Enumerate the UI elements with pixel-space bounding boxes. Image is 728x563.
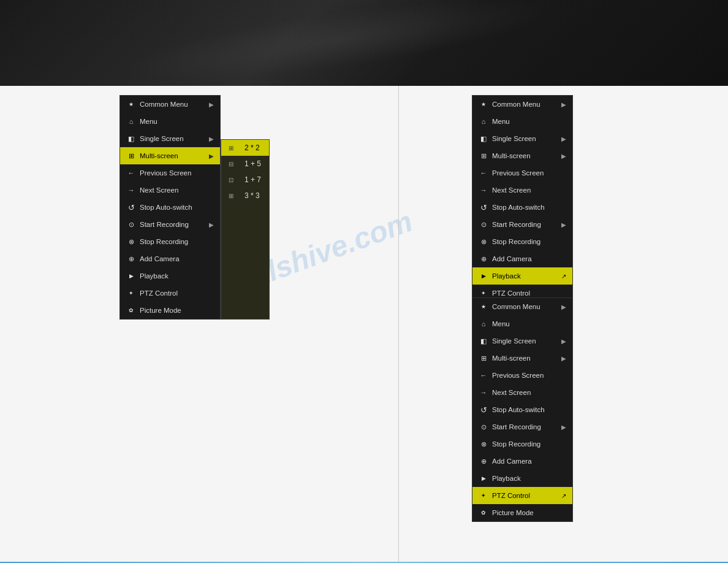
br-menu-item-add-camera[interactable]: Add Camera — [472, 453, 572, 470]
left-menu-item-stop-auto[interactable]: Stop Auto-switch — [120, 199, 220, 216]
left-menu-label-menu: Menu — [140, 118, 214, 125]
left-menu-item-common-menu[interactable]: Common Menu ▶ — [120, 96, 220, 113]
tr-common-menu-arrow: ▶ — [561, 101, 566, 108]
br-menu-item-ptz-control[interactable]: PTZ Control ↗ — [472, 487, 572, 504]
tr-multi-screen-icon — [479, 151, 488, 161]
br-menu-item-single-screen[interactable]: Single Screen ▶ — [472, 332, 572, 350]
left-menu-item-single-screen[interactable]: Single Screen ▶ — [120, 130, 220, 147]
br-menu-item-playback[interactable]: Playback — [472, 470, 572, 487]
left-menu-label-common-menu: Common Menu — [140, 101, 205, 108]
playback-icon — [126, 271, 136, 281]
tr-single-screen-arrow: ▶ — [561, 136, 566, 142]
left-menu-label-add-camera: Add Camera — [140, 255, 214, 262]
br-stop-auto-icon — [479, 405, 488, 415]
br-menu-item-next-screen[interactable]: Next Screen — [472, 384, 572, 401]
header-banner — [0, 0, 728, 86]
start-rec-icon — [126, 220, 136, 229]
left-menu-item-multi-screen[interactable]: Multi-screen ▶ — [120, 147, 220, 164]
submenu-item-1plus7[interactable]: ⊡ 1 + 7 — [221, 172, 269, 188]
br-menu-item-multi-screen[interactable]: Multi-screen ▶ — [472, 350, 572, 367]
br-ptz-cursor: ↗ — [561, 492, 566, 499]
tr-playback-cursor: ↗ — [561, 273, 566, 280]
submenu-label-1plus7: 1 + 7 — [245, 175, 261, 184]
multi-screen-arrow: ▶ — [209, 153, 214, 159]
left-menu-container: Common Menu ▶ Menu Single Screen ▶ Multi… — [119, 95, 270, 320]
vertical-divider — [398, 86, 399, 563]
tr-menu-item-stop-recording[interactable]: Stop Recording — [472, 233, 572, 250]
submenu-item-2x2[interactable]: ⊞ 2 * 2 — [221, 140, 269, 156]
tr-menu-label-ptz-control: PTZ Control — [492, 289, 566, 297]
br-start-rec-icon — [479, 422, 488, 432]
left-menu-item-picture-mode[interactable]: Picture Mode — [120, 302, 220, 319]
tr-playback-icon — [479, 271, 488, 281]
left-menu-item-menu[interactable]: Menu — [120, 113, 220, 130]
left-menu-item-previous-screen[interactable]: Previous Screen — [120, 164, 220, 182]
br-multi-screen-arrow: ▶ — [561, 355, 566, 362]
tr-menu-home-icon — [479, 117, 488, 126]
left-menu-item-playback[interactable]: Playback — [120, 267, 220, 285]
left-menu-label-start-recording: Start Recording — [140, 221, 205, 228]
left-menu-label-multi-screen: Multi-screen — [140, 152, 205, 159]
submenu-item-3x3[interactable]: ⊞ 3 * 3 — [221, 188, 269, 204]
br-menu-label-ptz-control: PTZ Control — [492, 492, 559, 499]
tr-menu-item-multi-screen[interactable]: Multi-screen ▶ — [472, 147, 572, 164]
left-menu-item-next-screen[interactable]: Next Screen — [120, 182, 220, 199]
grid-2x2-icon: ⊞ — [229, 145, 241, 151]
br-menu-item-picture-mode[interactable]: Picture Mode — [472, 504, 572, 521]
single-screen-arrow: ▶ — [209, 136, 214, 142]
br-playback-icon — [479, 473, 488, 483]
grid-1plus5-icon: ⊟ — [229, 161, 241, 167]
br-menu-item-menu[interactable]: Menu — [472, 315, 572, 332]
br-common-menu-arrow: ▶ — [561, 304, 566, 310]
left-menu-label-playback: Playback — [140, 272, 214, 280]
br-stop-rec-icon — [479, 439, 488, 449]
br-picture-mode-icon — [479, 508, 488, 518]
tr-menu-item-single-screen[interactable]: Single Screen ▶ — [472, 130, 572, 147]
br-menu-label-menu: Menu — [492, 320, 566, 327]
tr-menu-item-add-camera[interactable]: Add Camera — [472, 250, 572, 267]
br-menu-label-previous-screen: Previous Screen — [492, 372, 566, 379]
tr-menu-item-previous-screen[interactable]: Previous Screen — [472, 164, 572, 182]
tr-menu-item-next-screen[interactable]: Next Screen — [472, 182, 572, 199]
left-menu-item-ptz-control[interactable]: PTZ Control — [120, 285, 220, 302]
br-start-rec-arrow: ▶ — [561, 424, 566, 431]
tr-menu-label-playback: Playback — [492, 272, 559, 280]
tr-prev-screen-icon — [479, 168, 488, 178]
left-menu-item-stop-recording[interactable]: Stop Recording — [120, 233, 220, 250]
top-right-menu-panel: Common Menu ▶ Menu Single Screen ▶ Multi… — [472, 95, 573, 320]
left-menu-item-start-recording[interactable]: Start Recording ▶ — [120, 216, 220, 233]
menu-home-icon — [126, 117, 136, 126]
prev-screen-icon — [126, 168, 136, 178]
br-menu-home-icon — [479, 319, 488, 329]
start-rec-arrow: ▶ — [209, 221, 214, 228]
left-menu-item-add-camera[interactable]: Add Camera — [120, 250, 220, 267]
tr-menu-item-start-recording[interactable]: Start Recording ▶ — [472, 216, 572, 233]
tr-single-screen-icon — [479, 134, 488, 144]
stop-rec-icon — [126, 237, 136, 247]
tr-start-rec-arrow: ▶ — [561, 221, 566, 228]
br-menu-item-stop-recording[interactable]: Stop Recording — [472, 435, 572, 453]
tr-menu-item-menu[interactable]: Menu — [472, 113, 572, 130]
tr-menu-item-common-menu[interactable]: Common Menu ▶ — [472, 96, 572, 113]
br-common-menu-icon — [479, 302, 488, 312]
submenu-label-1plus5: 1 + 5 — [245, 159, 261, 168]
submenu-item-1plus5[interactable]: ⊟ 1 + 5 — [221, 156, 269, 172]
br-multi-screen-icon — [479, 353, 488, 363]
br-menu-label-start-recording: Start Recording — [492, 423, 558, 431]
bottom-right-menu-panel: Common Menu ▶ Menu Single Screen ▶ Multi… — [472, 297, 573, 522]
tr-menu-label-previous-screen: Previous Screen — [492, 169, 566, 177]
tr-menu-label-next-screen: Next Screen — [492, 186, 566, 194]
br-menu-item-start-recording[interactable]: Start Recording ▶ — [472, 418, 572, 435]
tr-common-menu-icon — [479, 99, 488, 109]
tr-menu-item-playback[interactable]: Playback ↗ — [472, 267, 572, 285]
br-menu-label-multi-screen: Multi-screen — [492, 354, 558, 362]
br-menu-item-previous-screen[interactable]: Previous Screen — [472, 367, 572, 384]
br-menu-item-stop-auto[interactable]: Stop Auto-switch — [472, 401, 572, 418]
br-menu-label-common-menu: Common Menu — [492, 303, 558, 310]
br-menu-label-single-screen: Single Screen — [492, 337, 558, 345]
br-menu-label-add-camera: Add Camera — [492, 458, 566, 465]
br-menu-item-common-menu[interactable]: Common Menu ▶ — [472, 298, 572, 315]
br-menu-label-stop-recording: Stop Recording — [492, 440, 566, 448]
left-menu-label-single-screen: Single Screen — [140, 135, 205, 142]
tr-menu-item-stop-auto[interactable]: Stop Auto-switch — [472, 199, 572, 216]
